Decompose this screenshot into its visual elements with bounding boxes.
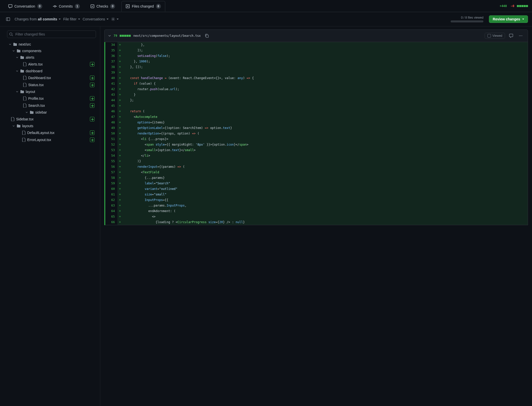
tree-file[interactable]: Search.tsx — [7, 102, 96, 109]
code-content: <li {...props}> — [122, 136, 528, 142]
line-number: 51 — [105, 136, 117, 142]
code-content: if (value) { — [122, 81, 528, 86]
diff-line[interactable]: 46+ return ( — [105, 109, 528, 114]
added-badge-icon — [90, 138, 94, 142]
viewed-label: Viewed — [492, 34, 502, 38]
diff-line[interactable]: 36+ setLoading(false); — [105, 53, 528, 59]
tree-label: layout — [26, 90, 94, 94]
tree-file[interactable]: Status.tsx — [7, 81, 96, 88]
line-number: 39 — [105, 70, 117, 75]
tree-file[interactable]: Alerts.tsx — [7, 61, 96, 68]
tree-file[interactable]: Profile.tsx — [7, 95, 96, 102]
tab-commits[interactable]: Commits 1 — [49, 1, 84, 12]
chevron-down-icon — [12, 125, 15, 127]
file-more-button[interactable] — [517, 32, 524, 39]
tab-files-changed[interactable]: Files changed 8 — [121, 1, 165, 12]
tab-conversation[interactable]: Conversation 0 — [4, 1, 47, 12]
viewed-checkbox[interactable]: Viewed — [485, 33, 505, 39]
line-number: 40 — [105, 75, 117, 81]
tree-file[interactable]: ErrorLayout.tsx — [7, 136, 96, 143]
folder-icon — [20, 55, 24, 59]
diff-line[interactable]: 64+ endAdornment: ( — [105, 208, 528, 214]
code-content: <TextField — [122, 170, 528, 175]
diff-settings-dropdown[interactable] — [111, 17, 119, 21]
tree-label: layouts — [22, 124, 94, 128]
diff-line[interactable]: 47+ <Autocomplete — [105, 114, 528, 120]
tree-file[interactable]: DefaultLayout.tsx — [7, 129, 96, 136]
conversations-dropdown[interactable]: Conversations — [83, 17, 109, 21]
tree-directory[interactable]: alerts — [7, 54, 96, 61]
diff-line[interactable]: 43+ } — [105, 92, 528, 97]
diff-line[interactable]: 50+ renderOption={(props, option) => ( — [105, 131, 528, 136]
diff-line[interactable]: 49+ getOptionLabel={(option: SearchItem)… — [105, 125, 528, 131]
diff-line[interactable]: 44+ }; — [105, 97, 528, 103]
additions-count: +440 — [500, 4, 507, 8]
addition-marker: + — [117, 158, 122, 164]
code-content — [122, 70, 528, 75]
addition-marker: + — [117, 164, 122, 170]
diff-line[interactable]: 40+ const handleChange = (event: React.C… — [105, 75, 528, 81]
diff-line[interactable]: 34+ }, — [105, 42, 528, 48]
changes-from-dropdown[interactable]: Changes from all commits — [15, 17, 61, 21]
tab-label: Conversation — [14, 4, 35, 8]
line-number: 45 — [105, 103, 117, 109]
diff-line[interactable]: 55+ )} — [105, 158, 528, 164]
progress-bar — [451, 20, 483, 22]
diff-line[interactable]: 39+ — [105, 70, 528, 75]
diff-line[interactable]: 58+ {...params} — [105, 175, 528, 181]
addition-marker: + — [117, 131, 122, 136]
tree-file[interactable]: Sidebar.tsx — [7, 116, 96, 123]
diff-line[interactable]: 35+ ]); — [105, 48, 528, 53]
diff-line[interactable]: 52+ <span style={{ marginRight: '8px' }}… — [105, 142, 528, 147]
diff-line[interactable]: 45+ — [105, 103, 528, 109]
copy-path-button[interactable] — [203, 32, 210, 39]
diff-line[interactable]: 37+ }, 1000); — [105, 59, 528, 64]
file-filter-dropdown[interactable]: File filter — [63, 17, 80, 21]
code-diff-table: 34+ },35+ ]);36+ setLoading(false);37+ }… — [104, 42, 528, 225]
addition-marker: + — [117, 197, 122, 203]
diff-line[interactable]: 62+ InputProps={{ — [105, 197, 528, 203]
file-tree-sidebar: next/srccomponentsalertsAlerts.tsxdashbo… — [0, 26, 100, 406]
tree-directory[interactable]: components — [7, 48, 96, 54]
filter-changed-files-input[interactable] — [7, 30, 96, 38]
tree-directory[interactable]: layout — [7, 88, 96, 95]
diff-line[interactable]: 61+ size="small" — [105, 192, 528, 197]
diff-line[interactable]: 65+ <> — [105, 214, 528, 219]
file-diffstat-bar — [120, 35, 131, 37]
tree-file[interactable]: Dashboard.tsx — [7, 74, 96, 81]
diffstat: +440 −0 — [500, 4, 528, 8]
diff-line[interactable]: 42+ router.push(value.url); — [105, 86, 528, 92]
toggle-file-tree-button[interactable] — [4, 15, 12, 23]
added-badge-icon — [90, 62, 94, 66]
tree-directory[interactable]: dashboard — [7, 68, 96, 74]
diff-line[interactable]: 38+ }, []); — [105, 64, 528, 70]
diff-line[interactable]: 41+ if (value) { — [105, 81, 528, 86]
diff-line[interactable]: 57+ <TextField — [105, 170, 528, 175]
tree-directory[interactable]: sidebar — [7, 109, 96, 116]
tab-checks[interactable]: Checks 0 — [86, 1, 120, 12]
collapse-file-button[interactable] — [108, 34, 111, 37]
line-number: 49 — [105, 125, 117, 131]
diff-line[interactable]: 66+ {loading ? <CircularProgress size={2… — [105, 219, 528, 225]
tab-counter: 8 — [156, 4, 161, 9]
line-number: 65 — [105, 214, 117, 219]
file-comment-button[interactable] — [508, 32, 515, 39]
diff-line[interactable]: 53+ <small>{option.text}</small> — [105, 147, 528, 153]
code-content: <Autocomplete — [122, 114, 528, 120]
tree-directory[interactable]: next/src — [7, 41, 96, 48]
addition-marker: + — [117, 59, 122, 64]
diff-line[interactable]: 63+ ...params.InputProps, — [105, 203, 528, 208]
tree-directory[interactable]: layouts — [7, 123, 96, 129]
diff-line[interactable]: 48+ options={items} — [105, 120, 528, 125]
tree-label: Profile.tsx — [28, 96, 88, 100]
review-changes-button[interactable]: Review changes — [489, 15, 528, 23]
file-header: 79 next/src/components/layout/Search.tsx… — [104, 29, 528, 42]
addition-marker: + — [117, 153, 122, 158]
diff-line[interactable]: 59+ label="Search" — [105, 181, 528, 186]
folder-icon — [20, 69, 24, 73]
kebab-icon — [519, 34, 523, 38]
diff-line[interactable]: 54+ </li> — [105, 153, 528, 158]
diff-line[interactable]: 60+ variant="outlined" — [105, 186, 528, 192]
diff-line[interactable]: 56+ renderInput={(params) => ( — [105, 164, 528, 170]
diff-line[interactable]: 51+ <li {...props}> — [105, 136, 528, 142]
